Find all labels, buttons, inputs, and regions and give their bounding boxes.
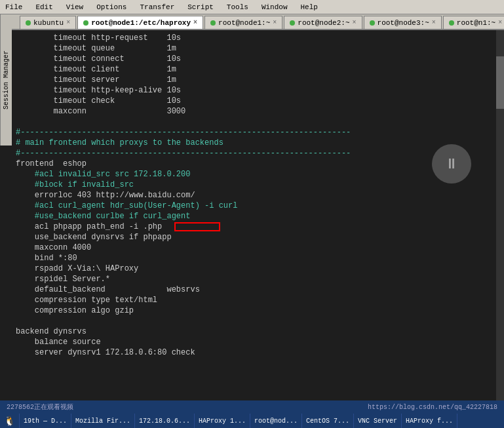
tab-node2[interactable]: root@node2:~ ×	[284, 16, 362, 29]
line-21: maxconn 4000	[16, 243, 500, 253]
taskbar-label-4: root@nod...	[254, 418, 298, 425]
tab-haproxy[interactable]: root@node1:/etc/haproxy ×	[77, 16, 203, 29]
taskbar-item-4[interactable]: root@nod...	[250, 414, 302, 428]
taskbar-item-7[interactable]: HAProxy f...	[402, 414, 457, 428]
taskbar-item-6[interactable]: VNC Server	[354, 414, 402, 428]
tab-label-n1: root@n1:~	[457, 19, 495, 27]
line-27: compression algo gzip	[16, 305, 500, 316]
red-highlight-rect	[174, 222, 220, 231]
line-23: rspadd X-Via:\ HAProxy	[16, 263, 500, 274]
taskbar: 🐧 19th — D... Mozilla Fir... 172.18.0.6.…	[0, 414, 504, 428]
line-25: default_backend websrvs	[16, 284, 500, 295]
line-24: rspidel Server.*	[16, 274, 500, 284]
session-manager-label: Session Manager	[0, 14, 12, 146]
line-20: use_backend dynsrvs if phpapp	[16, 232, 500, 243]
tab-n1[interactable]: root@n1:~ ×	[443, 16, 504, 29]
tab-close-node3[interactable]: ×	[432, 19, 436, 26]
line-11: # main frontend which proxys to the back…	[16, 138, 500, 148]
taskbar-label-5: CentOS 7...	[306, 418, 349, 425]
taskbar-item-1[interactable]: Mozilla Fir...	[71, 414, 135, 428]
menu-window[interactable]: Window	[259, 2, 290, 12]
tab-close-node1[interactable]: ×	[273, 19, 277, 26]
tab-icon-node1	[210, 20, 216, 26]
scrollbar[interactable]	[496, 30, 504, 402]
tab-close-node2[interactable]: ×	[353, 19, 357, 26]
menu-options[interactable]: Options	[94, 2, 129, 12]
tab-bar: kubuntu × root@node1:/etc/haproxy × root…	[0, 14, 504, 30]
tab-icon-n1	[449, 20, 454, 26]
scrollbar-thumb[interactable]	[496, 56, 504, 109]
line-19: acl phpapp path_end -i .php	[16, 222, 500, 232]
taskbar-label-6: VNC Server	[358, 418, 397, 425]
menu-transfer[interactable]: Transfer	[137, 2, 177, 12]
tab-label-node2: root@node2:~	[298, 19, 349, 27]
video-bar-left: 2278562正在观看视频	[7, 402, 73, 412]
menu-edit[interactable]: Edit	[33, 2, 55, 12]
line-30: balance source	[16, 337, 500, 347]
menu-tools[interactable]: Tools	[224, 2, 251, 12]
taskbar-label-0: 19th — D...	[24, 418, 67, 425]
menu-view[interactable]: View	[64, 2, 86, 12]
tab-close-n1[interactable]: ×	[498, 19, 502, 26]
tab-label-node1: root@node1:~	[218, 19, 270, 27]
tab-icon-kubuntu	[26, 20, 31, 26]
tab-close-haproxy[interactable]: ×	[193, 19, 197, 26]
tab-node1[interactable]: root@node1:~ ×	[204, 16, 282, 29]
tab-close-kubuntu[interactable]: ×	[66, 19, 70, 26]
line-6: timeout http-keep-alive 10s	[16, 85, 500, 96]
line-7: timeout check 10s	[16, 96, 500, 106]
line-1: timeout http-request 10s	[16, 33, 500, 43]
line-2: timeout queue 1m	[16, 43, 500, 54]
line-4: timeout client 1m	[16, 64, 500, 75]
tab-label-kubuntu: kubuntu	[33, 19, 64, 27]
menu-bar: File Edit View Options Transfer Script T…	[0, 0, 504, 14]
line-14: #acl invalid_src src 172.18.0.200	[16, 169, 500, 180]
tab-kubuntu[interactable]: kubuntu ×	[20, 16, 76, 29]
tab-icon-haproxy	[83, 20, 88, 26]
menu-file[interactable]: File	[3, 2, 25, 12]
menu-script[interactable]: Script	[185, 2, 216, 12]
terminal[interactable]: timeout http-request 10s timeout queue 1…	[12, 30, 504, 399]
tab-label-node3: root@node3:~	[378, 19, 429, 27]
line-31: server dynsrv1 172.18.0.6:80 check	[16, 347, 500, 358]
tab-label-haproxy: root@node1:/etc/haproxy	[91, 19, 191, 27]
pause-icon: ⏸	[444, 155, 459, 173]
line-18: #use_backend curlbe if curl_agent	[16, 211, 500, 222]
line-13: frontend eshop	[16, 159, 500, 169]
video-bar-right: https://blog.csdn.net/qq_42227818	[368, 404, 497, 411]
taskbar-label-3: HAProxy 1...	[199, 418, 246, 425]
line-17: #acl curl_agent hdr_sub(User-Agent) -i c…	[16, 201, 500, 211]
line-28	[16, 316, 500, 326]
pause-button[interactable]: ⏸	[432, 144, 471, 184]
line-12: #---------------------------------------…	[16, 148, 500, 159]
taskbar-start[interactable]: 🐧	[0, 414, 20, 428]
line-3: timeout connect 10s	[16, 54, 500, 64]
line-5: timeout server 1m	[16, 75, 500, 85]
tab-icon-node2	[290, 20, 295, 26]
line-16: errorloc 403 http://www.baidu.com/	[16, 190, 500, 201]
menu-help[interactable]: Help	[298, 2, 320, 12]
line-9	[16, 117, 500, 127]
video-bar: 2278562正在观看视频 https://blog.csdn.net/qq_4…	[0, 400, 504, 414]
line-29: backend dynsrvs	[16, 326, 500, 337]
tab-node3[interactable]: root@node3:~ ×	[364, 16, 442, 29]
taskbar-item-5[interactable]: CentOS 7...	[302, 414, 354, 428]
line-8: maxconn 3000	[16, 106, 500, 117]
line-22: bind *:80	[16, 253, 500, 263]
line-26: compression type text/html	[16, 295, 500, 305]
line-15: #block if invalid_src	[16, 180, 500, 190]
tab-icon-node3	[370, 20, 375, 26]
taskbar-item-2[interactable]: 172.18.0.6...	[135, 414, 195, 428]
taskbar-label-2: 172.18.0.6...	[139, 418, 190, 425]
taskbar-item-0[interactable]: 19th — D...	[20, 414, 71, 428]
line-10: #---------------------------------------…	[16, 127, 500, 138]
taskbar-label-1: Mozilla Fir...	[75, 418, 130, 425]
taskbar-item-3[interactable]: HAProxy 1...	[195, 414, 250, 428]
taskbar-label-7: HAProxy f...	[406, 418, 453, 425]
